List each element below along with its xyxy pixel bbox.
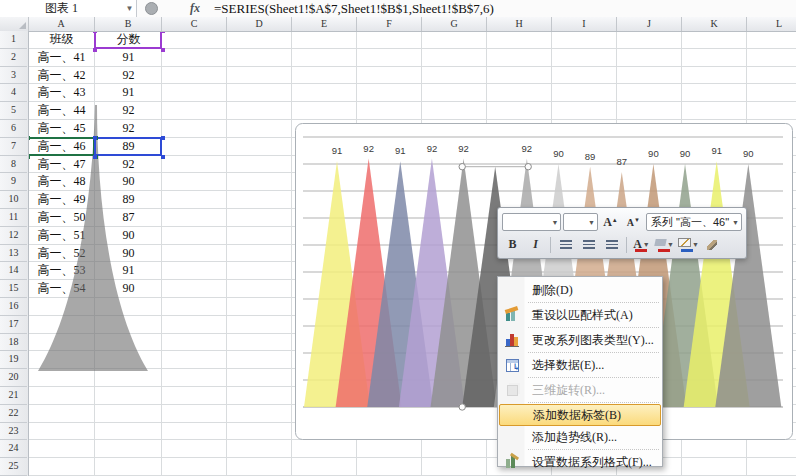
column-header-C[interactable]: C bbox=[162, 17, 227, 31]
row-header-8[interactable]: 8 bbox=[0, 156, 27, 174]
row-header-3[interactable]: 3 bbox=[0, 67, 27, 85]
align-left-button[interactable] bbox=[555, 234, 576, 255]
chevron-down-icon[interactable]: ▼ bbox=[729, 219, 739, 226]
row-header-10[interactable]: 10 bbox=[0, 191, 27, 209]
cell-B2[interactable]: 91 bbox=[95, 49, 162, 67]
column-header-J[interactable]: J bbox=[617, 17, 682, 31]
menu-item-6[interactable]: 添加数据标签(B) bbox=[499, 404, 661, 426]
column-headers: ABCDEFGHIJKL bbox=[0, 17, 796, 32]
chevron-down-icon[interactable]: ▼ bbox=[643, 241, 650, 249]
row-header-16[interactable]: 16 bbox=[0, 298, 27, 316]
chart-element-selector[interactable]: 系列 "高一、46" ▼ bbox=[646, 213, 742, 231]
row-header-14[interactable]: 14 bbox=[0, 262, 27, 280]
menu-separator bbox=[528, 352, 659, 353]
selection-handle[interactable] bbox=[459, 404, 465, 410]
menu-separator bbox=[528, 402, 659, 403]
chevron-down-icon[interactable]: ▼ bbox=[692, 241, 699, 248]
menu-item-8[interactable]: 设置数据系列格式(F)... bbox=[499, 451, 661, 473]
column-header-A[interactable]: A bbox=[28, 17, 95, 31]
column-header-F[interactable]: F bbox=[357, 17, 422, 31]
select-all-corner[interactable] bbox=[0, 17, 29, 31]
grow-font-button[interactable]: A▲ bbox=[600, 212, 621, 233]
row-header-25[interactable]: 25 bbox=[0, 458, 27, 476]
cell-A2[interactable]: 高一、41 bbox=[28, 49, 95, 67]
bold-button[interactable]: B bbox=[502, 234, 523, 255]
row-header-20[interactable]: 20 bbox=[0, 369, 27, 387]
row-header-21[interactable]: 21 bbox=[0, 387, 27, 405]
menu-item-3[interactable]: 更改系列图表类型(Y)... bbox=[499, 329, 661, 351]
row-header-5[interactable]: 5 bbox=[0, 102, 27, 120]
selection-value-handle[interactable] bbox=[161, 136, 165, 140]
row-header-18[interactable]: 18 bbox=[0, 334, 27, 352]
menu-item-label: 添加趋势线(R)... bbox=[532, 429, 617, 446]
row-header-4[interactable]: 4 bbox=[0, 84, 27, 102]
selection-series-name-handle[interactable] bbox=[161, 48, 165, 52]
menu-item-4[interactable]: ↳选择数据(E)... bbox=[499, 354, 661, 376]
menu-item-2[interactable]: 重设以匹配样式(A) bbox=[499, 304, 661, 326]
menu-item-label: 选择数据(E)... bbox=[532, 357, 604, 374]
column-header-B[interactable]: B bbox=[95, 17, 162, 31]
column-header-D[interactable]: D bbox=[227, 17, 292, 31]
row-header-6[interactable]: 6 bbox=[0, 120, 27, 138]
cell-A1[interactable]: 班级 bbox=[28, 31, 95, 49]
row-header-13[interactable]: 13 bbox=[0, 245, 27, 263]
name-box-value: 图表 1 bbox=[0, 0, 123, 17]
selection-series-name bbox=[94, 30, 162, 49]
selection-value bbox=[94, 137, 162, 156]
font-color-button[interactable]: A▼ bbox=[631, 234, 652, 255]
selection-value-handle[interactable] bbox=[93, 155, 97, 159]
name-box-dropdown-icon[interactable]: ▼ bbox=[123, 4, 136, 13]
fill-color-button[interactable]: ▼ bbox=[654, 234, 675, 255]
italic-button[interactable]: I bbox=[525, 234, 546, 255]
outline-color-swatch bbox=[681, 249, 693, 252]
format-painter-button[interactable] bbox=[702, 234, 723, 255]
font-name-combo[interactable]: ▼ bbox=[502, 213, 561, 231]
align-right-button[interactable] bbox=[601, 234, 622, 255]
row-header-2[interactable]: 2 bbox=[0, 49, 27, 67]
column-header-E[interactable]: E bbox=[292, 17, 357, 31]
row-header-11[interactable]: 11 bbox=[0, 209, 27, 227]
column-header-G[interactable]: G bbox=[422, 17, 487, 31]
row-header-1[interactable]: 1 bbox=[0, 31, 27, 49]
row-header-22[interactable]: 22 bbox=[0, 405, 27, 423]
row-header-12[interactable]: 12 bbox=[0, 227, 27, 245]
cell-A3[interactable]: 高一、42 bbox=[28, 67, 95, 85]
format-series-icon bbox=[504, 454, 520, 470]
column-header-I[interactable]: I bbox=[552, 17, 617, 31]
row-header-7[interactable]: 7 bbox=[0, 138, 27, 156]
column-header-H[interactable]: H bbox=[487, 17, 552, 31]
column-header-L[interactable]: L bbox=[747, 17, 796, 31]
row-header-19[interactable]: 19 bbox=[0, 351, 27, 369]
font-size-combo[interactable]: ▼ bbox=[563, 213, 598, 231]
selection-value-handle[interactable] bbox=[93, 136, 97, 140]
row-header-15[interactable]: 15 bbox=[0, 280, 27, 298]
shrink-font-button[interactable]: A▼ bbox=[623, 212, 644, 233]
menu-separator bbox=[528, 302, 659, 303]
cell-B3[interactable]: 92 bbox=[95, 67, 162, 85]
menu-item-1[interactable]: 删除(D) bbox=[499, 279, 661, 301]
outline-color-button[interactable]: ▼ bbox=[677, 234, 700, 255]
select-data-icon: ↳ bbox=[504, 357, 520, 373]
chevron-down-icon[interactable]: ▼ bbox=[667, 241, 674, 248]
name-box[interactable]: 图表 1 ▼ bbox=[0, 0, 137, 17]
data-label: 91 bbox=[332, 145, 343, 156]
menu-item-7[interactable]: 添加趋势线(R)... bbox=[499, 426, 661, 448]
row-header-17[interactable]: 17 bbox=[0, 316, 27, 334]
insert-function-icon[interactable]: fx bbox=[190, 1, 200, 16]
record-dot-icon bbox=[145, 2, 158, 15]
chevron-down-icon[interactable]: ▼ bbox=[585, 219, 595, 226]
selection-series-name-handle[interactable] bbox=[93, 48, 97, 52]
chevron-down-icon[interactable]: ▼ bbox=[548, 219, 558, 226]
selection-category bbox=[27, 137, 95, 156]
column-header-K[interactable]: K bbox=[682, 17, 747, 31]
align-center-button[interactable] bbox=[578, 234, 599, 255]
data-label: 92 bbox=[363, 143, 374, 154]
formula-input[interactable]: =SERIES(Sheet1!$A$7,Sheet1!$B$1,Sheet1!$… bbox=[214, 1, 494, 17]
menu-item-label: 删除(D) bbox=[532, 282, 573, 299]
selection-handle[interactable] bbox=[525, 164, 531, 170]
selection-handle[interactable] bbox=[459, 164, 465, 170]
row-header-24[interactable]: 24 bbox=[0, 440, 27, 458]
row-header-9[interactable]: 9 bbox=[0, 173, 27, 191]
row-header-23[interactable]: 23 bbox=[0, 423, 27, 441]
selection-value-handle[interactable] bbox=[161, 155, 165, 159]
